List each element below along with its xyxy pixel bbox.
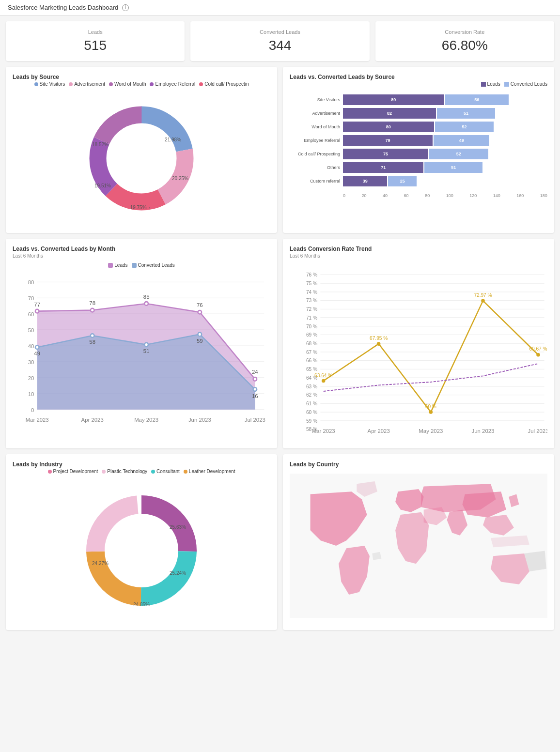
converted-leads-label: Converted Leads	[198, 29, 361, 35]
info-icon[interactable]: i	[122, 4, 129, 11]
svg-text:Apr 2023: Apr 2023	[81, 417, 104, 423]
svg-text:20.25%: 20.25%	[172, 176, 188, 181]
svg-text:71 %: 71 %	[306, 315, 317, 321]
bar-row: Site Visitors8956	[290, 94, 547, 105]
svg-text:24: 24	[252, 369, 258, 375]
svg-text:58: 58	[89, 339, 95, 345]
conversion-rate-trend-title: Leads Conversion Rate Trend	[290, 246, 547, 252]
title-bar: Salesforce Marketing Leads Dashboard i	[0, 0, 560, 15]
legend-dot-project-dev	[48, 470, 52, 474]
svg-text:19.75% ←: 19.75% ←	[130, 205, 153, 210]
svg-text:Jul 2023: Jul 2023	[245, 417, 265, 423]
bar-track: 7552	[343, 149, 547, 159]
svg-text:24.27%: 24.27%	[92, 561, 109, 566]
legend-leads-month: Leads	[108, 262, 127, 268]
svg-text:Jul 2023: Jul 2023	[528, 428, 547, 434]
svg-text:77: 77	[34, 302, 40, 307]
legend-dot-cold-call	[199, 82, 203, 86]
svg-text:0: 0	[31, 407, 34, 413]
legend-dot-leather-dev	[184, 470, 187, 474]
bar-label: Advertisement	[290, 111, 343, 116]
svg-text:70 %: 70 %	[306, 324, 317, 329]
leads-by-source-donut: 21.98% 20.25% 19.75% ← 19.51% 18.52%	[13, 91, 270, 226]
bar-label: Cold call/ Prospecting	[290, 152, 343, 156]
svg-text:72 %: 72 %	[306, 307, 317, 312]
svg-text:59: 59	[197, 338, 203, 344]
bar-label: Word of Mouth	[290, 124, 343, 129]
bar-track: 8052	[343, 122, 547, 132]
svg-text:19.51%: 19.51%	[94, 183, 111, 188]
svg-text:69 %: 69 %	[306, 332, 317, 338]
leads-by-industry-title: Leads by Industry	[13, 461, 270, 468]
legend-dot-site-visitors	[34, 82, 38, 86]
bar-chart: Site Visitors8956Advertisement8251Word o…	[290, 92, 547, 191]
legend-converted-month: Converted Leads	[132, 262, 175, 268]
leads-by-source-title: Leads by Source	[13, 74, 270, 80]
bar-segment-leads: 75	[343, 149, 428, 159]
svg-text:May 2023: May 2023	[134, 417, 158, 423]
leads-by-source-card: Leads by Source Site Visitors Advertisem…	[6, 67, 277, 233]
svg-point-41	[91, 334, 94, 338]
bar-row: Word of Mouth8052	[290, 122, 547, 132]
bar-segment-leads: 89	[343, 94, 444, 105]
bar-segment-converted: 25	[388, 176, 417, 186]
bar-segment-converted: 51	[424, 162, 482, 173]
svg-point-29	[35, 309, 39, 313]
legend-site-visitors: Site Visitors	[34, 81, 65, 87]
svg-text:25.63%: 25.63%	[170, 524, 186, 530]
bar-row: Employee Referral7949	[290, 135, 547, 146]
svg-text:60.67 %: 60.67 %	[529, 346, 547, 352]
legend-sq-leads-month	[108, 263, 113, 268]
trend-point-4	[481, 299, 485, 303]
svg-text:16: 16	[252, 393, 258, 399]
svg-point-37	[253, 377, 257, 381]
legend-dot-word-of-mouth	[109, 82, 113, 86]
svg-text:70: 70	[28, 295, 34, 301]
bar-segment-leads: 82	[343, 108, 436, 119]
bar-label: Site Visitors	[290, 97, 343, 102]
trend-point-1	[322, 379, 326, 383]
svg-text:30: 30	[28, 359, 34, 365]
leads-label: Leads	[14, 29, 177, 35]
bar-segment-converted: 49	[434, 135, 489, 146]
legend-leads: Leads	[481, 81, 500, 87]
trend-chart-svg: 76 % 75 % 74 % 73 % 72 % 71 % 70 % 69 % …	[290, 262, 547, 440]
bar-label: Others	[290, 165, 343, 170]
svg-point-47	[253, 387, 257, 391]
svg-text:25.24%: 25.24%	[170, 570, 186, 576]
legend-dot-consultant	[151, 470, 155, 474]
svg-text:63.64 %: 63.64 %	[314, 373, 332, 378]
svg-text:18.52%: 18.52%	[92, 142, 109, 147]
leads-vs-converted-month-title: Leads vs. Converted Leads by Month	[13, 246, 270, 252]
svg-text:65 %: 65 %	[306, 367, 317, 372]
svg-text:62 %: 62 %	[306, 392, 317, 398]
legend-advertisement: Advertisement	[69, 81, 105, 87]
svg-text:50: 50	[28, 327, 34, 333]
leads-vs-converted-source-title: Leads vs. Converted Leads by Source	[290, 74, 547, 80]
svg-text:76 %: 76 %	[306, 272, 317, 277]
bar-row: Advertisement8251	[290, 108, 547, 119]
conversion-rate-label: Conversion Rate	[383, 29, 546, 35]
leads-value: 515	[14, 38, 177, 53]
svg-text:Jun 2023: Jun 2023	[188, 417, 211, 423]
bar-row: Others7151	[290, 162, 547, 173]
leads-vs-converted-month-card: Leads vs. Converted Leads by Month Last …	[6, 239, 277, 448]
bar-segment-converted: 56	[445, 94, 509, 105]
svg-text:74 %: 74 %	[306, 290, 317, 295]
legend-sq-converted-month	[132, 263, 137, 268]
svg-text:Mar 2023: Mar 2023	[26, 417, 49, 423]
world-map-svg	[290, 474, 547, 618]
svg-text:85: 85	[143, 294, 150, 300]
svg-text:61 %: 61 %	[306, 401, 317, 406]
dashboard: Leads 515 Converted Leads 344 Conversion…	[0, 15, 560, 636]
bar-row: Custom referral3925	[290, 176, 547, 186]
svg-text:68 %: 68 %	[306, 341, 317, 346]
bar-axis: 020406080100120140160180	[343, 193, 547, 198]
bar-label: Employee Referral	[290, 138, 343, 143]
svg-text:49: 49	[34, 351, 40, 356]
page-title: Salesforce Marketing Leads Dashboard	[8, 4, 118, 11]
converted-leads-metric: Converted Leads 344	[190, 21, 369, 61]
svg-point-35	[198, 310, 202, 314]
area-chart-svg: 0 10 20 30 40 50 60 70 80 77 78	[13, 270, 270, 429]
bar-label: Custom referral	[290, 179, 343, 184]
